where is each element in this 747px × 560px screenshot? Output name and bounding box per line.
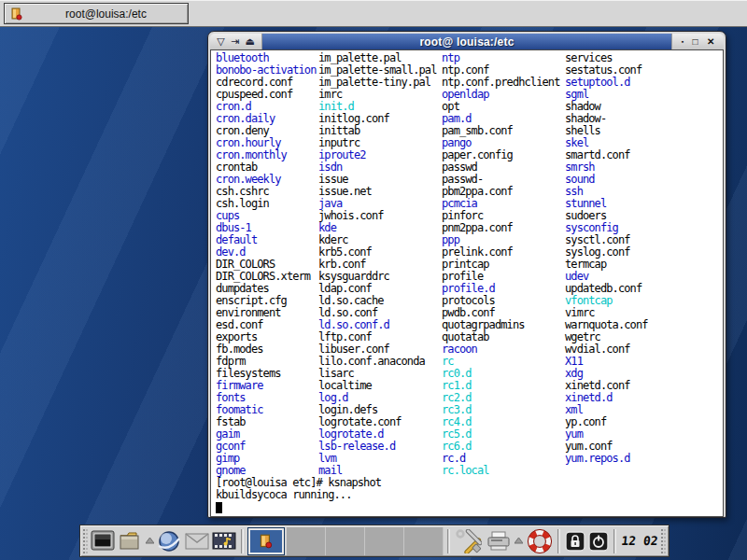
- panel-drag-handle-right[interactable]: [661, 529, 666, 553]
- panel-separator: [613, 529, 616, 553]
- folder-icon: [118, 530, 142, 553]
- taskbar-task-label: root@louisa:/etc: [24, 7, 188, 21]
- empty-task-slot: [404, 527, 444, 555]
- terminal-output-area[interactable]: bluetoothbonobo-activationcdrecord.confc…: [210, 49, 724, 517]
- lock-screen-button[interactable]: [564, 528, 586, 554]
- titlebar-title-area[interactable]: root@ louisa:/etc: [262, 34, 671, 49]
- window-title: root@ louisa:/etc: [419, 35, 514, 49]
- file-list-column-1: bluetoothbonobo-activationcdrecord.confc…: [216, 52, 317, 477]
- konsole-icon: [91, 530, 115, 553]
- panel-separator: [557, 529, 560, 553]
- panel-separator: [447, 529, 450, 553]
- panel-drag-handle-left[interactable]: [83, 529, 88, 553]
- home-folder-launcher-button[interactable]: [117, 528, 142, 554]
- eject-icon[interactable]: ⏏: [245, 36, 254, 47]
- window-controls: ▪ □ ✕: [671, 34, 724, 49]
- printer-launcher-button[interactable]: [485, 528, 512, 554]
- bottom-panel: 12 02: [79, 525, 669, 557]
- terminal-window: ▽ ⇥ ⏏ root@ louisa:/etc ▪ □ ✕ bluetoothb…: [207, 31, 726, 518]
- help-launcher-button[interactable]: [526, 528, 553, 554]
- film-music-icon: [212, 530, 236, 553]
- empty-task-slot: [326, 527, 365, 555]
- panel-separator: [241, 529, 244, 553]
- tab-icon[interactable]: ⇥: [231, 36, 239, 47]
- file-list-column-2: im_palette.palim_palette-small.palim_pal…: [318, 52, 437, 477]
- taskbar-empty-slots: [287, 527, 444, 555]
- file-entry: rc.local: [442, 465, 560, 477]
- system-tools-launcher-button[interactable]: [454, 528, 483, 554]
- close-button[interactable]: ✕: [707, 37, 714, 47]
- panel-clock[interactable]: 12 02: [619, 534, 660, 548]
- printer-icon: [486, 530, 511, 553]
- scroll-down-icon[interactable]: ▽: [217, 36, 224, 47]
- launcher-expand-arrow[interactable]: [145, 528, 155, 554]
- file-cabinet-icon: [9, 7, 24, 21]
- tools-icon: [456, 529, 482, 553]
- file-entry: yum.repos.d: [565, 453, 648, 465]
- multimedia-launcher-button[interactable]: [212, 528, 237, 554]
- globe-icon: [157, 529, 181, 553]
- maximize-button[interactable]: □: [693, 37, 698, 47]
- konsole-launcher-button[interactable]: [90, 528, 115, 554]
- taskbar-task-root-louisa[interactable]: root@louisa:/etc: [4, 3, 189, 24]
- empty-task-slot: [287, 527, 326, 555]
- titlebar-menu-icons: ▽ ⇥ ⏏: [210, 34, 262, 49]
- terminal-cursor: [216, 502, 222, 513]
- mail-launcher-button[interactable]: [184, 528, 209, 554]
- power-icon: [588, 531, 609, 552]
- launcher-expand-arrow[interactable]: [514, 528, 525, 554]
- file-cabinet-icon: [258, 533, 275, 550]
- lock-icon: [565, 531, 585, 552]
- logout-button[interactable]: [587, 528, 610, 554]
- web-browser-launcher-button[interactable]: [157, 528, 182, 554]
- file-list-column-3: ntpntp.confntp.conf.predhclientopenldapo…: [442, 52, 560, 477]
- window-titlebar[interactable]: ▽ ⇥ ⏏ root@ louisa:/etc ▪ □ ✕: [210, 34, 724, 49]
- life-ring-icon: [527, 528, 553, 554]
- file-list-column-4: servicessestatus.confsetuptool.dsgmlshad…: [565, 52, 648, 465]
- file-entry: racoon: [442, 343, 560, 356]
- empty-task-slot: [365, 527, 404, 555]
- mail-icon: [185, 533, 209, 550]
- minimize-button[interactable]: ▪: [682, 37, 684, 47]
- status-line: kbuildsycoca running...: [216, 489, 351, 501]
- active-task-button-root-louisa[interactable]: [247, 527, 285, 555]
- top-taskbar: root@louisa:/etc: [0, 0, 747, 27]
